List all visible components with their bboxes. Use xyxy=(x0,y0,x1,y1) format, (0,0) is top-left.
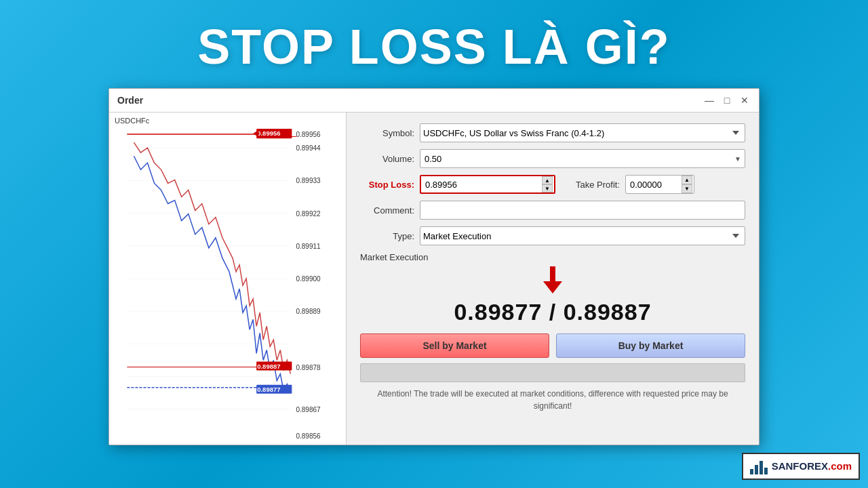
svg-text:0.89867: 0.89867 xyxy=(296,406,321,413)
type-row: Type: Market Execution xyxy=(360,226,745,245)
stop-loss-box: ▲ ▼ xyxy=(420,175,555,194)
price-chart: 0.89956 0.89944 0.89933 0.89922 0.89911 … xyxy=(112,115,343,442)
maximize-button[interactable]: □ xyxy=(721,94,733,106)
svg-marker-31 xyxy=(543,281,562,293)
title-bar: Order — □ ✕ xyxy=(109,89,759,113)
sanforex-text: SANFOREX.com xyxy=(772,460,852,472)
svg-text:0.89887: 0.89887 xyxy=(257,363,280,370)
stop-loss-decrement[interactable]: ▼ xyxy=(542,184,553,192)
take-profit-decrement[interactable]: ▼ xyxy=(682,184,692,193)
comment-input[interactable] xyxy=(420,201,745,220)
volume-select-wrap: 0.50 ▼ xyxy=(420,149,745,168)
svg-text:0.89922: 0.89922 xyxy=(296,210,321,218)
volume-label: Volume: xyxy=(360,154,414,164)
page-title: STOP LOSS LÀ GÌ? xyxy=(0,0,868,75)
sanforex-domain: .com xyxy=(828,460,852,472)
down-arrow-container xyxy=(360,266,745,293)
symbol-label: Symbol: xyxy=(360,128,414,138)
down-arrow-icon xyxy=(543,266,562,293)
svg-text:0.89877: 0.89877 xyxy=(257,386,280,393)
stop-loss-spinners: ▲ ▼ xyxy=(542,176,553,192)
action-buttons: Sell by Market Buy by Market xyxy=(360,333,745,358)
sanforex-logo: SANFOREX.com xyxy=(742,453,860,480)
volume-select[interactable]: 0.50 xyxy=(420,149,745,168)
svg-rect-30 xyxy=(550,266,555,281)
comment-label: Comment: xyxy=(360,205,414,216)
chart-symbol-label: USDCHFc xyxy=(115,117,149,125)
svg-text:0.89933: 0.89933 xyxy=(296,177,321,184)
svg-text:0.89900: 0.89900 xyxy=(296,275,321,283)
dialog-content: USDCHFc xyxy=(109,113,759,445)
chart-panel: USDCHFc xyxy=(109,113,347,445)
attention-text: Attention! The trade will be executed at… xyxy=(360,388,745,412)
minimize-button[interactable]: — xyxy=(703,94,715,106)
sanforex-brand: SANFOREX xyxy=(772,460,828,472)
buy-by-market-button[interactable]: Buy by Market xyxy=(556,333,745,358)
svg-text:0.89911: 0.89911 xyxy=(296,243,321,250)
take-profit-input[interactable] xyxy=(627,180,682,190)
price-display: 0.89877 / 0.89887 xyxy=(360,299,745,325)
comment-row: Comment: xyxy=(360,201,745,220)
type-select[interactable]: Market Execution xyxy=(420,226,745,245)
svg-text:0.89944: 0.89944 xyxy=(296,144,321,152)
bar3 xyxy=(760,461,763,474)
type-label: Type: xyxy=(360,231,414,241)
take-profit-box: ▲ ▼ xyxy=(625,175,694,194)
order-dialog: Order — □ ✕ USDCHFc xyxy=(108,88,760,445)
bar4 xyxy=(764,468,768,474)
svg-text:0.89856: 0.89856 xyxy=(296,432,321,440)
svg-text:0.89878: 0.89878 xyxy=(296,364,321,371)
take-profit-increment[interactable]: ▲ xyxy=(682,176,692,184)
symbol-row: Symbol: USDCHFc, US Dollar vs Swiss Fran… xyxy=(360,123,745,142)
grey-bar xyxy=(360,363,745,382)
svg-text:0.89889: 0.89889 xyxy=(296,308,321,315)
close-button[interactable]: ✕ xyxy=(738,94,751,106)
sell-by-market-button[interactable]: Sell by Market xyxy=(360,333,549,358)
market-exec-label: Market Execution xyxy=(360,252,745,262)
stop-loss-input[interactable] xyxy=(422,180,542,190)
stop-loss-increment[interactable]: ▲ xyxy=(542,176,553,184)
window-controls: — □ ✕ xyxy=(703,94,751,106)
form-panel: Symbol: USDCHFc, US Dollar vs Swiss Fran… xyxy=(347,113,759,445)
svg-text:0.89956: 0.89956 xyxy=(257,129,280,137)
volume-row: Volume: 0.50 ▼ xyxy=(360,149,745,168)
bar2 xyxy=(755,465,758,474)
stop-loss-label: Stop Loss: xyxy=(360,180,414,190)
bar1 xyxy=(750,469,753,474)
symbol-select[interactable]: USDCHFc, US Dollar vs Swiss Franc (0.4-1… xyxy=(420,123,745,142)
sanforex-bar-chart-icon xyxy=(750,458,768,474)
dialog-title: Order xyxy=(117,95,143,106)
take-profit-label: Take Profit: xyxy=(576,180,620,190)
chart-arrow-annotation: ← xyxy=(285,127,300,145)
sl-tp-row: Stop Loss: ▲ ▼ Take Profit: ▲ ▼ xyxy=(360,175,745,194)
take-profit-spinners: ▲ ▼ xyxy=(682,176,692,193)
